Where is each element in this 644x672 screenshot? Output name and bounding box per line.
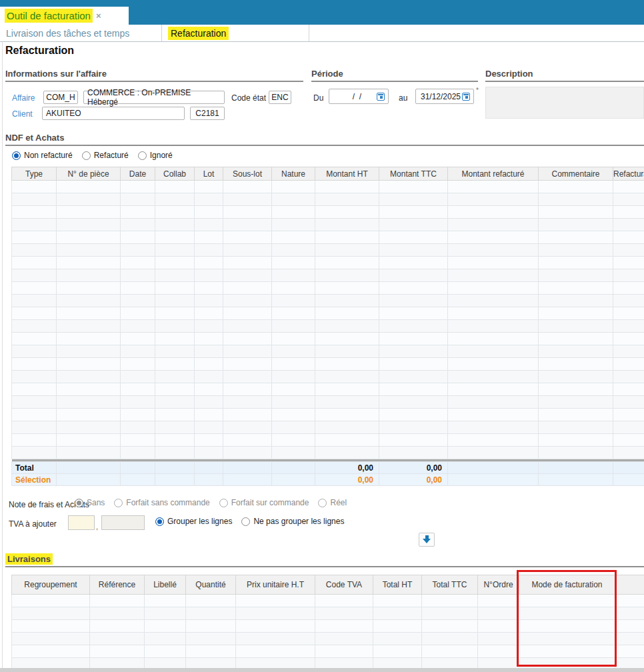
column-header-refactura[interactable]: Refactura: [613, 167, 644, 181]
column-header-commentaire[interactable]: Commentaire: [539, 167, 613, 181]
column-header-date[interactable]: Date: [121, 167, 155, 181]
column-header-nature[interactable]: Nature: [272, 167, 315, 181]
radio-button-icon[interactable]: [12, 151, 21, 160]
table-row[interactable]: [12, 396, 644, 409]
table-cell: [379, 206, 448, 219]
affaire-code-field[interactable]: COM_H: [43, 91, 78, 104]
column-header-regroupement[interactable]: Regroupement: [12, 575, 90, 595]
table-cell: [145, 595, 186, 607]
tab-livraison-des-taches-et-temps[interactable]: Livraison des tâches et temps: [0, 25, 162, 41]
tva-integer-input[interactable]: [68, 515, 95, 530]
radio-button-icon[interactable]: [82, 151, 91, 160]
table-cell: [315, 333, 379, 345]
radio-option-ne-pas-grouper-les-lignes[interactable]: Ne pas grouper les lignes: [241, 517, 344, 526]
table-cell: [12, 282, 57, 295]
table-cell: [12, 434, 57, 447]
radio-option-non-refactur-[interactable]: Non refacturé: [12, 151, 73, 160]
window-tab-title: Outil de facturation: [5, 9, 93, 23]
table-cell: [155, 434, 195, 447]
column-header-montant-refactur-[interactable]: Montant refacturé: [448, 167, 539, 181]
radio-option-refactur-[interactable]: Refacturé: [82, 151, 129, 160]
date-from-field[interactable]: / /: [329, 89, 389, 104]
calendar-icon[interactable]: [462, 93, 470, 101]
column-header-code-tva[interactable]: Code TVA: [315, 575, 373, 595]
table-row[interactable]: [12, 371, 644, 383]
client-code-field[interactable]: C2181: [190, 107, 225, 120]
column-header-lot[interactable]: Lot: [195, 167, 223, 181]
table-row[interactable]: [12, 645, 644, 658]
column-header-n-de-pi-ce[interactable]: N° de pièce: [57, 167, 121, 181]
table-row[interactable]: [12, 345, 644, 358]
table-row[interactable]: [12, 193, 644, 206]
column-header-blank[interactable]: [615, 575, 644, 595]
table-row[interactable]: [12, 409, 644, 421]
horizontal-scrollbar[interactable]: [0, 668, 644, 672]
table-cell: [373, 620, 422, 633]
table-cell: [315, 383, 379, 396]
table-row[interactable]: [12, 219, 644, 231]
radio-button-icon[interactable]: [241, 517, 250, 526]
table-cell: [223, 333, 272, 345]
table-row[interactable]: [12, 282, 644, 295]
table-cell: [90, 620, 145, 633]
table-cell: [539, 219, 613, 231]
table-row[interactable]: [12, 206, 644, 219]
radio-option-ignor-[interactable]: Ignoré: [138, 151, 173, 160]
tva-decimal-input[interactable]: [101, 515, 145, 530]
section-title-ndf-achats: NDF et Achats: [5, 133, 644, 146]
table-cell: [121, 181, 155, 193]
table-row[interactable]: [12, 244, 644, 257]
tab-label: Livraison des tâches et temps: [6, 28, 129, 39]
table-row[interactable]: [12, 434, 644, 447]
window-tab-outil-de-facturation[interactable]: Outil de facturation ×: [0, 7, 129, 25]
table-row[interactable]: [12, 383, 644, 396]
table-row[interactable]: [12, 257, 644, 269]
description-textarea[interactable]: [485, 87, 644, 119]
table-row[interactable]: [12, 269, 644, 282]
column-header-r-f-rence[interactable]: Référence: [90, 575, 145, 595]
affaire-name-field[interactable]: COMMERCE : On-PREMISE Hébergé: [83, 91, 225, 104]
close-icon[interactable]: ×: [96, 11, 101, 21]
row-label: Total: [12, 462, 57, 474]
table-row[interactable]: [12, 358, 644, 371]
table-cell: [422, 595, 478, 607]
column-header-n-ordre[interactable]: N°Ordre: [478, 575, 519, 595]
date-to-field[interactable]: 31/12/2025: [415, 89, 474, 104]
column-header-sous-lot[interactable]: Sous-lot: [223, 167, 272, 181]
calendar-icon[interactable]: [377, 93, 385, 101]
table-cell: [613, 219, 644, 231]
table-row[interactable]: [12, 607, 644, 620]
client-name-field[interactable]: AKUITEO: [42, 107, 185, 120]
table-row[interactable]: [12, 295, 644, 307]
table-row[interactable]: [12, 181, 644, 193]
table-row[interactable]: [12, 333, 644, 345]
table-cell: [448, 295, 539, 307]
radio-button-icon[interactable]: [138, 151, 147, 160]
column-header-type[interactable]: Type: [12, 167, 57, 181]
table-cell: [539, 434, 613, 447]
table-cell: [155, 193, 195, 206]
column-header-total-ttc[interactable]: Total TTC: [422, 575, 478, 595]
column-header-collab[interactable]: Collab: [155, 167, 195, 181]
move-down-button[interactable]: [419, 533, 435, 547]
column-header-montant-ht[interactable]: Montant HT: [315, 167, 379, 181]
table-cell: [12, 257, 57, 269]
column-header-total-ht[interactable]: Total HT: [373, 575, 422, 595]
column-header-mode-de-facturation[interactable]: Mode de facturation: [519, 575, 615, 595]
table-row[interactable]: [12, 633, 644, 645]
radio-button-icon[interactable]: [155, 517, 164, 526]
column-header-montant-ttc[interactable]: Montant TTC: [379, 167, 448, 181]
table-row[interactable]: [12, 320, 644, 333]
code-etat-field[interactable]: ENC: [269, 91, 291, 104]
table-row[interactable]: [12, 447, 644, 459]
radio-option-grouper-les-lignes[interactable]: Grouper les lignes: [155, 517, 232, 526]
column-header-prix-unitaire-h-t[interactable]: Prix unitaire H.T: [236, 575, 315, 595]
table-row[interactable]: [12, 231, 644, 244]
table-row[interactable]: [12, 620, 644, 633]
table-row[interactable]: [12, 595, 644, 607]
table-row[interactable]: [12, 307, 644, 320]
column-header-libell-[interactable]: Libellé: [145, 575, 186, 595]
tab-refacturation[interactable]: Refacturation: [162, 25, 309, 41]
column-header-quantit-[interactable]: Quantité: [186, 575, 236, 595]
table-row[interactable]: [12, 421, 644, 434]
